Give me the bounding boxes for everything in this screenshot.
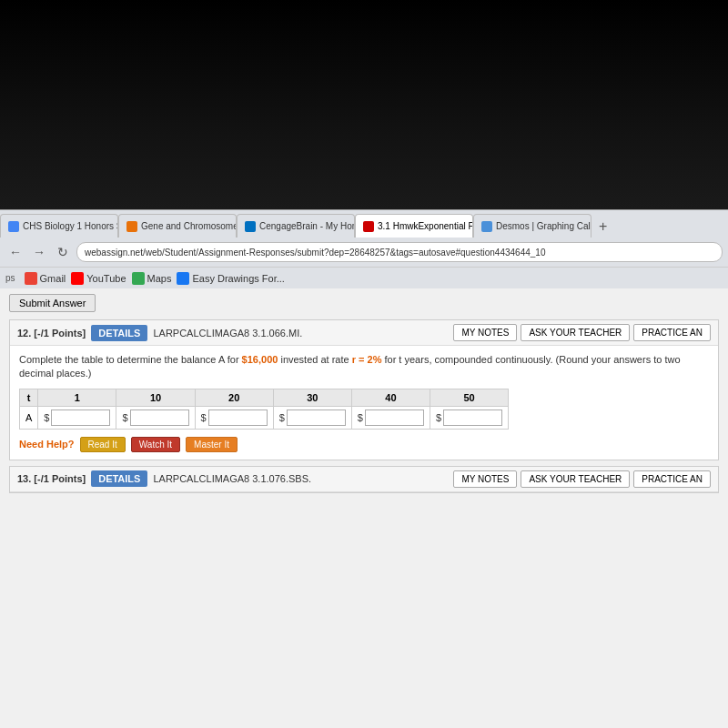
question-12-points: 12. [-/1 Points]	[17, 328, 86, 339]
answer-table: t 1 10 20 30 40 50 A	[19, 389, 509, 430]
col-header-30: 30	[273, 389, 351, 406]
cell-t50: $	[430, 406, 508, 429]
question-13-details-button[interactable]: DETAILS	[91, 470, 147, 487]
dollar-50: $	[436, 412, 441, 423]
question-13-header: 13. [-/1 Points] DETAILS LARPCALCLIMAGA8…	[10, 467, 718, 492]
bookmark-drawings-label: Easy Drawings For...	[192, 273, 284, 284]
question-12-id: LARPCALCLIMAGA8 3.1.066.MI.	[153, 328, 448, 339]
question-12-body: Complete the table to determine the bala…	[10, 346, 718, 460]
cell-t20: $	[195, 406, 273, 429]
page-content: Submit Answer 12. [-/1 Points] DETAILS L…	[0, 288, 728, 728]
maps-favicon	[132, 272, 145, 285]
question-12-text: Complete the table to determine the bala…	[19, 353, 709, 381]
input-t1[interactable]	[51, 410, 110, 426]
bookmark-maps-label: Maps	[147, 273, 172, 284]
question-12-practice-button[interactable]: PRACTICE AN	[633, 324, 711, 341]
col-header-t: t	[20, 389, 38, 406]
tab-bio-favicon	[8, 221, 19, 232]
address-input[interactable]	[76, 242, 723, 262]
cell-t30: $	[273, 406, 351, 429]
watch-it-button[interactable]: Watch It	[131, 437, 180, 452]
tab-hmwk[interactable]: 3.1 HmwkExponential Funci... ×	[355, 214, 473, 238]
dark-background-area	[0, 0, 728, 209]
back-button[interactable]: ←	[5, 242, 25, 262]
bookmark-drawings[interactable]: Easy Drawings For...	[177, 272, 284, 285]
input-t10[interactable]	[130, 410, 189, 426]
forward-button[interactable]: →	[29, 242, 49, 262]
tab-bio[interactable]: CHS Biology 1 Honors S(A) ×	[0, 214, 118, 238]
question-13-ask-teacher-button[interactable]: ASK YOUR TEACHER	[521, 470, 630, 488]
cell-t10: $	[116, 406, 195, 429]
col-header-40: 40	[351, 389, 430, 406]
row-label-a: A	[20, 406, 38, 429]
help-row: Need Help? Read It Watch It Master It	[19, 437, 709, 452]
submit-answer-button[interactable]: Submit Answer	[9, 294, 96, 312]
col-header-50: 50	[430, 389, 508, 406]
input-t20[interactable]	[208, 410, 268, 426]
question-12-my-notes-button[interactable]: MY NOTES	[453, 324, 517, 341]
dollar-10: $	[122, 412, 127, 423]
master-it-button[interactable]: Master It	[186, 437, 238, 452]
reload-button[interactable]: ↻	[53, 242, 73, 262]
dollar-30: $	[279, 412, 285, 423]
tab-desmos-label: Desmos | Graphing Calculato...	[496, 221, 592, 231]
bookmark-youtube-label: YouTube	[86, 273, 126, 284]
highlight-rate: r = 2%	[352, 354, 382, 365]
cell-t1: $	[38, 406, 116, 429]
tab-bar: CHS Biology 1 Honors S(A) × Gene and Chr…	[0, 210, 728, 238]
bookmark-maps[interactable]: Maps	[132, 272, 172, 285]
dollar-40: $	[358, 412, 363, 423]
read-it-button[interactable]: Read It	[80, 437, 126, 452]
cell-t40: $	[351, 406, 430, 429]
new-tab-button[interactable]: +	[592, 216, 614, 238]
question-13-header-buttons: MY NOTES ASK YOUR TEACHER PRACTICE AN	[453, 470, 711, 488]
col-header-20: 20	[195, 389, 273, 406]
answer-table-container: t 1 10 20 30 40 50 A	[19, 389, 709, 430]
need-help-label: Need Help?	[19, 439, 75, 450]
question-12-ask-teacher-button[interactable]: ASK YOUR TEACHER	[521, 324, 630, 341]
bookmark-youtube[interactable]: YouTube	[71, 272, 126, 285]
address-bar-row: ← → ↻	[0, 238, 728, 267]
tab-cengage-favicon	[245, 221, 256, 232]
bookmark-gmail-label: Gmail	[40, 273, 66, 284]
gmail-favicon	[25, 272, 37, 285]
question-13-practice-button[interactable]: PRACTICE AN	[633, 470, 711, 488]
tab-cengage-label: CengageBrain - My Home	[259, 221, 355, 231]
tab-cengage[interactable]: CengageBrain - My Home ×	[237, 214, 355, 238]
question-12-details-button[interactable]: DETAILS	[91, 325, 147, 341]
question-13-points: 13. [-/1 Points]	[17, 473, 86, 484]
input-t50[interactable]	[443, 410, 502, 426]
youtube-favicon	[71, 272, 84, 285]
bookmark-gmail[interactable]: Gmail	[25, 272, 66, 285]
bookmarks-bar: ps Gmail YouTube Maps Easy Drawings For.…	[0, 267, 728, 288]
dollar-1: $	[44, 412, 49, 423]
drawings-favicon	[177, 272, 189, 285]
tab-bio-label: CHS Biology 1 Honors S(A)	[23, 221, 118, 231]
tab-desmos[interactable]: Desmos | Graphing Calculato... ×	[473, 214, 592, 238]
question-12-header: 12. [-/1 Points] DETAILS LARPCALCLIMAGA8…	[10, 320, 718, 346]
tab-desmos-favicon	[481, 221, 492, 232]
question-12-section: 12. [-/1 Points] DETAILS LARPCALCLIMAGA8…	[9, 319, 719, 460]
tab-gene-favicon	[126, 221, 137, 232]
browser-chrome: CHS Biology 1 Honors S(A) × Gene and Chr…	[0, 209, 728, 288]
tab-hmwk-favicon	[363, 221, 374, 232]
col-header-10: 10	[116, 389, 195, 406]
tab-hmwk-label: 3.1 HmwkExponential Funci...	[378, 221, 473, 231]
col-header-1: 1	[38, 389, 116, 406]
question-13-my-notes-button[interactable]: MY NOTES	[453, 470, 517, 488]
tab-gene[interactable]: Gene and Chromosome Mut... ×	[118, 214, 237, 238]
highlight-amount: $16,000	[242, 354, 278, 365]
tab-gene-label: Gene and Chromosome Mut...	[141, 221, 237, 231]
bookmarks-label: ps	[5, 273, 15, 283]
input-t40[interactable]	[365, 410, 424, 426]
input-t30[interactable]	[287, 410, 346, 426]
answer-row: A $ $	[20, 406, 509, 429]
dollar-20: $	[201, 412, 207, 423]
question-13-section: 13. [-/1 Points] DETAILS LARPCALCLIMAGA8…	[9, 466, 719, 493]
question-13-id: LARPCALCLIMAGA8 3.1.076.SBS.	[153, 473, 448, 484]
question-12-header-buttons: MY NOTES ASK YOUR TEACHER PRACTICE AN	[453, 324, 711, 341]
